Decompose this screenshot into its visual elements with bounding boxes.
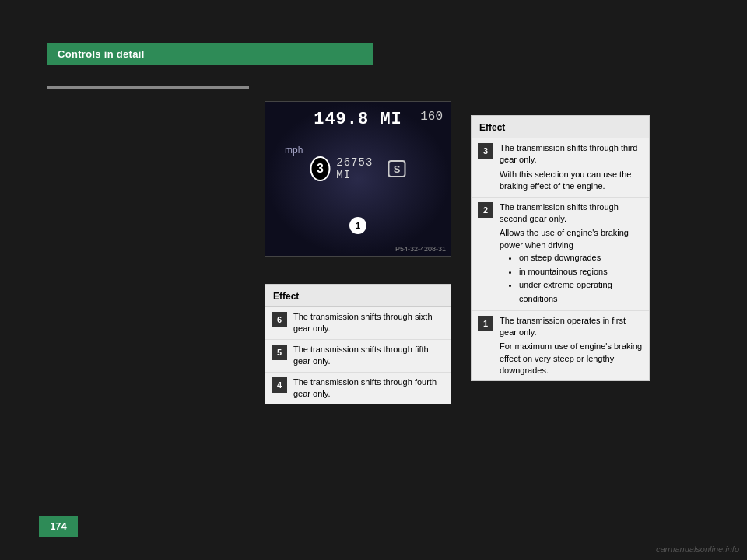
effect-row-4: 4 The transmission shifts through fourth… — [265, 373, 451, 404]
small-badge: 1 — [349, 217, 366, 234]
header-bar: Controls in detail — [47, 43, 374, 65]
effect-row-6: 6 The transmission shifts through sixth … — [265, 307, 451, 340]
bullet-item-2-0: on steep downgrades — [519, 251, 643, 265]
effect-main-1: The transmission operates in first gear … — [500, 315, 643, 339]
effect-section-1-row: 1 The transmission operates in first gea… — [478, 315, 643, 339]
effect-section-3: 3 The transmission shifts through third … — [472, 138, 649, 198]
effect-table-right: Effect 3 The transmission shifts through… — [471, 115, 650, 381]
speedometer-arc: 149.8 MI — [280, 110, 436, 129]
section-divider — [47, 86, 249, 89]
page-number: 174 — [39, 516, 78, 537]
mph-label: mph — [285, 145, 303, 156]
selector-badge: 1 — [349, 217, 366, 234]
effect-section-1: 1 The transmission operates in first gea… — [472, 311, 649, 381]
gear-badge: 3 — [310, 156, 330, 181]
gear-num-5: 5 — [272, 345, 287, 360]
effect-table-left: Effect 6 The transmission shifts through… — [265, 284, 451, 404]
effect-section-3-row: 3 The transmission shifts through third … — [478, 142, 643, 166]
effect-text-5: The transmission shifts through fifth ge… — [293, 344, 444, 368]
effect-table-right-header: Effect — [472, 116, 649, 138]
effect-row-5: 5 The transmission shifts through fifth … — [265, 340, 451, 373]
effect-extra-3: With this selection you can use the brak… — [478, 169, 643, 193]
image-caption: P54-32-4208-31 — [395, 245, 446, 253]
s-indicator: S — [388, 160, 406, 177]
effect-section-2: 2 The transmission shifts through second… — [472, 198, 649, 311]
header-title: Controls in detail — [58, 48, 145, 60]
bullet-item-2-1: in mountainous regions — [519, 265, 643, 279]
effect-text-4: The transmission shifts through fourth g… — [293, 376, 444, 401]
bullet-list-2: on steep downgrades in mountainous regio… — [486, 251, 643, 306]
gear-num-2: 2 — [478, 202, 493, 218]
effect-extra-2: Allows the use of engine's braking power… — [478, 227, 643, 251]
gear-num-1: 1 — [478, 316, 493, 331]
speed-reading: 149.8 MI — [314, 110, 402, 129]
effect-header-right-text: Effect — [479, 122, 505, 133]
effect-section-2-row: 2 The transmission shifts through second… — [478, 201, 643, 226]
gear-num-6: 6 — [272, 312, 287, 327]
instrument-cluster: 149.8 MI 160 mph 3 26753 MI S 1 P54-32-4… — [265, 101, 451, 257]
odometer-text: 26753 MI — [336, 156, 382, 181]
effect-extra-1: For maximum use of engine's braking effe… — [478, 341, 643, 376]
effect-table-left-header: Effect — [265, 285, 451, 307]
effect-main-2: The transmission shifts through second g… — [500, 201, 643, 226]
effect-header-left-text: Effect — [273, 291, 299, 302]
gear-num-3: 3 — [478, 143, 493, 159]
watermark: carmanualsonline.info — [656, 544, 739, 554]
odometer-area: 3 26753 MI S — [310, 156, 405, 181]
bullet-item-2-2: under extreme operating conditions — [519, 278, 643, 306]
gear-num-4: 4 — [272, 377, 287, 393]
effect-main-3: The transmission shifts through third ge… — [500, 142, 643, 166]
speed-secondary: 160 — [420, 110, 443, 124]
cluster-inner: 149.8 MI 160 mph 3 26753 MI S 1 P54-32-4… — [265, 102, 451, 256]
effect-text-6: The transmission shifts through sixth ge… — [293, 311, 444, 335]
